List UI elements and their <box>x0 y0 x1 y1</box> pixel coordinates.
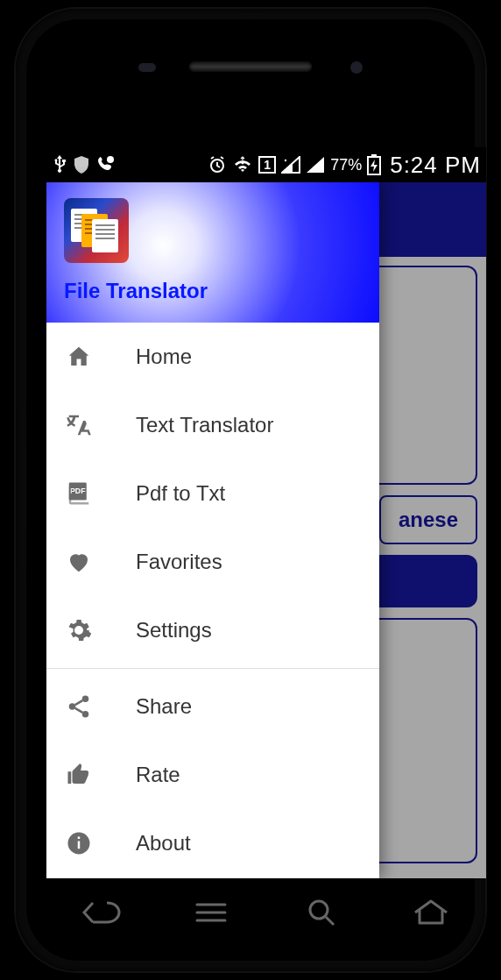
svg-rect-4 <box>371 154 377 157</box>
menu-item-pdf-to-txt[interactable]: PDF Pdf to Txt <box>46 459 379 528</box>
menu-item-share[interactable]: Share <box>46 672 379 741</box>
status-bar: 1 77% 5:24 PM <box>46 147 486 182</box>
thumb-up-icon <box>66 762 92 788</box>
menu-item-label: About <box>136 831 191 856</box>
alarm-icon <box>208 155 227 174</box>
menu-item-settings[interactable]: Settings <box>46 596 379 664</box>
app-logo-icon <box>64 198 129 263</box>
svg-text:PDF: PDF <box>70 486 86 495</box>
signal-icon-1 <box>281 156 300 174</box>
menu-item-label: Settings <box>136 618 212 643</box>
home-button[interactable] <box>409 895 453 930</box>
home-icon <box>66 344 92 370</box>
menu-button[interactable] <box>189 895 233 930</box>
svg-point-8 <box>69 703 76 710</box>
phone-frame: 1 77% 5:24 PM anese <box>16 9 485 971</box>
svg-point-7 <box>82 696 89 703</box>
menu-item-about[interactable]: About <box>46 809 379 877</box>
battery-charging-icon <box>367 154 381 175</box>
pdf-icon: PDF <box>66 480 92 507</box>
menu-item-label: Favorites <box>136 550 222 574</box>
search-button[interactable] <box>300 895 343 930</box>
menu-item-text-translator[interactable]: Text Translator <box>46 391 379 459</box>
translate-icon <box>66 412 92 438</box>
menu-item-rate[interactable]: Rate <box>46 741 379 809</box>
gear-icon <box>66 617 92 643</box>
menu-item-label: Rate <box>136 763 180 787</box>
sim-badge: 1 <box>258 156 276 174</box>
menu-item-label: Home <box>136 344 192 369</box>
wifi-icon <box>232 156 253 174</box>
menu-item-label: Share <box>136 694 192 719</box>
menu-item-label: Text Translator <box>136 413 273 437</box>
svg-point-0 <box>107 156 114 163</box>
menu-item-favorites[interactable]: Favorites <box>46 528 379 596</box>
menu-item-label: Pdf to Txt <box>136 481 225 506</box>
navigation-drawer: File Translator Home Text Translator <box>46 182 379 878</box>
status-clock: 5:24 PM <box>390 152 481 179</box>
svg-point-13 <box>310 901 328 919</box>
menu-divider <box>46 668 379 669</box>
drawer-header: File Translator <box>46 182 379 323</box>
signal-icon-2 <box>306 156 325 174</box>
drawer-menu: Home Text Translator PDF Pdf to Txt <box>46 323 379 878</box>
svg-point-9 <box>82 711 89 718</box>
menu-item-home[interactable]: Home <box>46 323 379 391</box>
svg-rect-11 <box>78 842 81 849</box>
drawer-title: File Translator <box>64 279 362 303</box>
share-icon <box>66 693 92 720</box>
proximity-sensor <box>138 63 156 72</box>
svg-point-2 <box>285 160 286 161</box>
heart-icon <box>66 549 92 575</box>
back-button[interactable] <box>80 895 123 930</box>
screen: 1 77% 5:24 PM anese <box>46 147 486 878</box>
earpiece <box>189 61 312 72</box>
call-icon <box>95 155 115 174</box>
hardware-nav-bar <box>46 888 486 936</box>
shield-icon <box>73 155 90 174</box>
svg-rect-12 <box>78 837 81 840</box>
front-camera <box>350 61 363 74</box>
usb-icon <box>52 154 67 175</box>
info-icon <box>66 830 92 856</box>
battery-percent: 77% <box>330 156 362 174</box>
